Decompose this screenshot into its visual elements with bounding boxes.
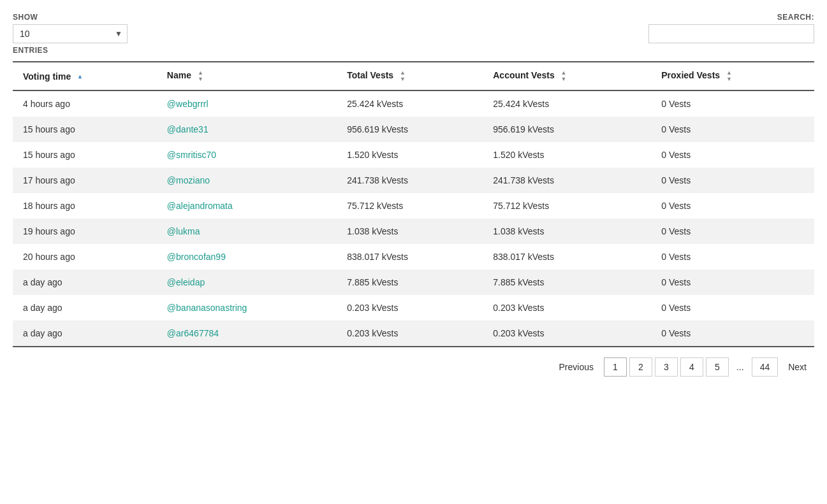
table-row: a day ago@eleidap7.885 kVests7.885 kVest…: [13, 270, 814, 295]
table-row: 15 hours ago@dante31956.619 kVests956.61…: [13, 117, 814, 142]
sort-up-icon: ▲: [77, 74, 83, 80]
cell-name[interactable]: @ar6467784: [157, 320, 337, 347]
cell-account-vests: 25.424 kVests: [483, 90, 651, 117]
cell-total-vests: 241.738 kVests: [337, 168, 483, 193]
page-1-button[interactable]: 1: [604, 357, 627, 377]
cell-name[interactable]: @dante31: [157, 117, 337, 142]
page-4-button[interactable]: 4: [680, 357, 703, 377]
cell-proxied-vests: 0 Vests: [651, 244, 814, 270]
cell-voting-time: a day ago: [13, 295, 157, 320]
cell-name[interactable]: @smritisc70: [157, 142, 337, 168]
cell-voting-time: 15 hours ago: [13, 117, 157, 142]
show-select-wrapper: 10 25 50 100 ▼: [13, 24, 128, 43]
page-3-button[interactable]: 3: [655, 357, 678, 377]
data-table: Voting time ▲ Name ▲ ▼ Total Vests ▲ ▼: [13, 61, 814, 347]
previous-button[interactable]: Previous: [551, 358, 601, 376]
cell-proxied-vests: 0 Vests: [651, 219, 814, 244]
sort-down-icon: ▼: [400, 76, 406, 82]
cell-proxied-vests: 0 Vests: [651, 320, 814, 347]
cell-total-vests: 7.885 kVests: [337, 270, 483, 295]
cell-account-vests: 7.885 kVests: [483, 270, 651, 295]
col-proxied-vests-label: Proxied Vests: [661, 70, 720, 80]
sort-icons-proxied-vests: ▲ ▼: [726, 70, 732, 82]
page-ellipsis: ...: [731, 358, 749, 376]
cell-account-vests: 1.520 kVests: [483, 142, 651, 168]
cell-proxied-vests: 0 Vests: [651, 270, 814, 295]
name-link[interactable]: @webgrrrl: [167, 99, 209, 109]
cell-account-vests: 241.738 kVests: [483, 168, 651, 193]
name-link[interactable]: @smritisc70: [167, 150, 216, 160]
cell-name[interactable]: @bananasonastring: [157, 295, 337, 320]
name-link[interactable]: @moziano: [167, 175, 210, 185]
col-total-vests-label: Total Vests: [347, 70, 393, 80]
col-account-vests[interactable]: Account Vests ▲ ▼: [483, 62, 651, 90]
cell-voting-time: 20 hours ago: [13, 244, 157, 270]
table-row: 19 hours ago@lukma1.038 kVests1.038 kVes…: [13, 219, 814, 244]
cell-account-vests: 0.203 kVests: [483, 320, 651, 347]
cell-voting-time: 4 hours ago: [13, 90, 157, 117]
cell-total-vests: 25.424 kVests: [337, 90, 483, 117]
cell-account-vests: 75.712 kVests: [483, 193, 651, 219]
page-44-button[interactable]: 44: [752, 357, 779, 377]
col-name[interactable]: Name ▲ ▼: [157, 62, 337, 90]
col-name-label: Name: [167, 70, 191, 80]
table-body: 4 hours ago@webgrrrl25.424 kVests25.424 …: [13, 90, 814, 347]
search-input[interactable]: [648, 24, 814, 43]
sort-icons-voting-time: ▲: [77, 74, 83, 80]
name-link[interactable]: @lukma: [167, 226, 200, 236]
next-button[interactable]: Next: [780, 358, 814, 376]
cell-name[interactable]: @alejandromata: [157, 193, 337, 219]
table-row: a day ago@ar64677840.203 kVests0.203 kVe…: [13, 320, 814, 347]
cell-proxied-vests: 0 Vests: [651, 168, 814, 193]
cell-name[interactable]: @moziano: [157, 168, 337, 193]
col-account-vests-label: Account Vests: [493, 70, 554, 80]
sort-up-icon: ▲: [561, 70, 567, 76]
show-label: SHOW: [13, 13, 128, 22]
sort-icons-account-vests: ▲ ▼: [561, 70, 567, 82]
search-section: SEARCH:: [648, 13, 814, 43]
name-link[interactable]: @broncofan99: [167, 252, 226, 262]
cell-name[interactable]: @lukma: [157, 219, 337, 244]
table-row: 18 hours ago@alejandromata75.712 kVests7…: [13, 193, 814, 219]
cell-total-vests: 75.712 kVests: [337, 193, 483, 219]
name-link[interactable]: @bananasonastring: [167, 303, 247, 313]
cell-voting-time: a day ago: [13, 270, 157, 295]
col-total-vests[interactable]: Total Vests ▲ ▼: [337, 62, 483, 90]
cell-proxied-vests: 0 Vests: [651, 117, 814, 142]
col-voting-time-label: Voting time: [23, 71, 71, 82]
pagination: Previous 1 2 3 4 5 ... 44 Next: [13, 357, 814, 377]
name-link[interactable]: @eleidap: [167, 277, 205, 287]
cell-voting-time: 18 hours ago: [13, 193, 157, 219]
cell-voting-time: a day ago: [13, 320, 157, 347]
cell-proxied-vests: 0 Vests: [651, 142, 814, 168]
header-row: Voting time ▲ Name ▲ ▼ Total Vests ▲ ▼: [13, 62, 814, 90]
name-link[interactable]: @alejandromata: [167, 201, 233, 211]
sort-up-icon: ▲: [400, 70, 406, 76]
search-label: SEARCH:: [777, 13, 814, 22]
page-2-button[interactable]: 2: [629, 357, 652, 377]
sort-down-icon: ▼: [561, 76, 567, 82]
top-controls: SHOW 10 25 50 100 ▼ ENTRIES SEARCH:: [13, 13, 814, 55]
col-voting-time[interactable]: Voting time ▲: [13, 62, 157, 90]
sort-down-icon: ▼: [726, 76, 732, 82]
col-proxied-vests[interactable]: Proxied Vests ▲ ▼: [651, 62, 814, 90]
table-row: 4 hours ago@webgrrrl25.424 kVests25.424 …: [13, 90, 814, 117]
name-link[interactable]: @ar6467784: [167, 328, 219, 338]
cell-proxied-vests: 0 Vests: [651, 90, 814, 117]
cell-name[interactable]: @eleidap: [157, 270, 337, 295]
name-link[interactable]: @dante31: [167, 124, 209, 134]
entries-select[interactable]: 10 25 50 100: [13, 24, 128, 43]
cell-name[interactable]: @broncofan99: [157, 244, 337, 270]
cell-account-vests: 838.017 kVests: [483, 244, 651, 270]
cell-total-vests: 0.203 kVests: [337, 320, 483, 347]
cell-total-vests: 1.038 kVests: [337, 219, 483, 244]
show-section: SHOW 10 25 50 100 ▼ ENTRIES: [13, 13, 128, 55]
table-header: Voting time ▲ Name ▲ ▼ Total Vests ▲ ▼: [13, 62, 814, 90]
cell-name[interactable]: @webgrrrl: [157, 90, 337, 117]
page-5-button[interactable]: 5: [706, 357, 729, 377]
sort-up-icon: ▲: [726, 70, 732, 76]
sort-down-icon: ▼: [198, 76, 203, 82]
cell-total-vests: 838.017 kVests: [337, 244, 483, 270]
table-row: a day ago@bananasonastring0.203 kVests0.…: [13, 295, 814, 320]
sort-icons-name: ▲ ▼: [198, 70, 203, 82]
